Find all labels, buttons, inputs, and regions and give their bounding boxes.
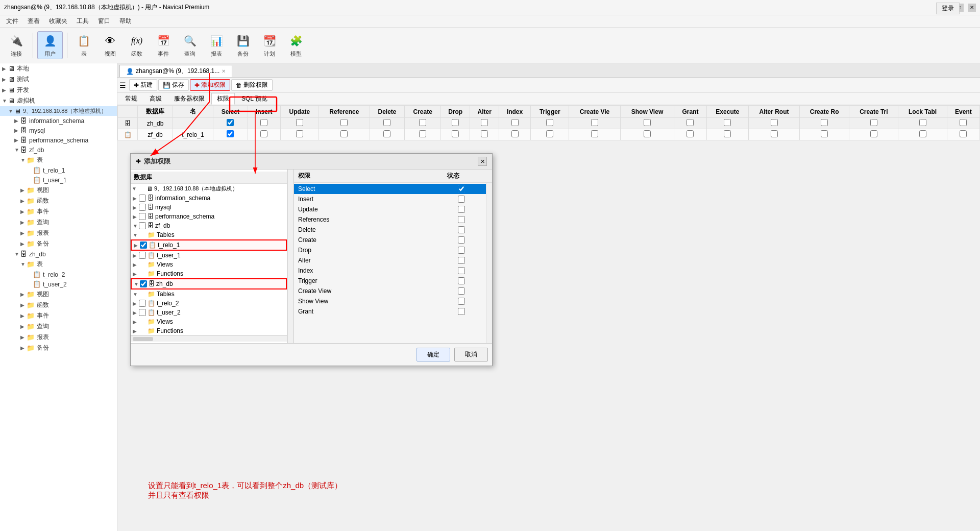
sidebar-item-t-user-1[interactable]: 📋 t_user_1	[0, 175, 117, 185]
tree-zh-functions[interactable]: ▶ 📁 Functions	[131, 326, 287, 335]
tree-zf-db[interactable]: ▼ 🗄 zf_db	[131, 221, 287, 230]
toolbar-model[interactable]: 🧩 模型	[284, 32, 308, 59]
sidebar-item-info-schema[interactable]: ▶ 🗄 information_schema	[0, 116, 117, 126]
perm-tab-perm[interactable]: 权限	[211, 93, 235, 105]
row2-reference[interactable]	[319, 129, 370, 140]
sidebar-item-zf-queries[interactable]: ▶ 📁 查询	[0, 217, 117, 228]
row1-index[interactable]	[499, 118, 530, 129]
perm-tab-normal[interactable]: 常规	[119, 93, 143, 105]
row2-update[interactable]	[280, 129, 318, 140]
sidebar-item-test[interactable]: ▶ 🖥 测试	[0, 74, 117, 85]
tree-t-user-2[interactable]: ▶ 📋 t_user_2	[131, 308, 287, 317]
tree-t-user-1[interactable]: ▶ 📋 t_user_1	[131, 251, 287, 260]
close-button[interactable]: ✕	[968, 4, 976, 12]
menu-favorites[interactable]: 收藏夹	[45, 16, 71, 27]
perm-row-delete[interactable]: Delete	[294, 225, 486, 235]
tree-cb-t-user-1[interactable]	[139, 252, 146, 259]
row1-reference[interactable]	[319, 118, 370, 129]
perm-cb-index[interactable]	[458, 267, 465, 274]
sidebar-item-t-relo-2[interactable]: 📋 t_relo_2	[0, 270, 117, 279]
row2-insert[interactable]	[248, 129, 280, 140]
del-perm-button[interactable]: 🗑 删除权限	[231, 79, 273, 91]
sidebar-item-perf-schema[interactable]: ▶ 🗄 performance_schema	[0, 135, 117, 145]
row1-create[interactable]	[405, 118, 441, 129]
row2-create-tri[interactable]	[849, 129, 898, 140]
perm-row-update[interactable]: Update	[294, 204, 486, 214]
sidebar-item-dev[interactable]: ▶ 🖥 开发	[0, 85, 117, 95]
toolbar-schedule[interactable]: 📆 计划	[257, 32, 282, 59]
perm-cb-references[interactable]	[458, 216, 465, 223]
perm-cb-create[interactable]	[458, 236, 465, 244]
row1-update[interactable]	[280, 118, 318, 129]
row2-trigger[interactable]	[531, 129, 569, 140]
row2-index[interactable]	[499, 129, 530, 140]
sidebar-item-zh-views[interactable]: ▶ 📁 视图	[0, 289, 117, 300]
toolbar-report[interactable]: 📊 报表	[204, 32, 229, 59]
row1-create-ro[interactable]	[799, 118, 849, 129]
tree-zf-tables[interactable]: ▼ 📁 Tables	[131, 230, 287, 239]
menu-file[interactable]: 文件	[2, 16, 22, 27]
menu-window[interactable]: 窗口	[94, 16, 114, 27]
sidebar-item-zf-views[interactable]: ▶ 📁 视图	[0, 185, 117, 196]
row2-select[interactable]	[213, 129, 248, 140]
tree-t-relo-1[interactable]: ▶ 📋 t_relo_1	[131, 239, 287, 251]
sidebar-item-zh-reports[interactable]: ▶ 📁 报表	[0, 332, 117, 343]
row2-delete[interactable]	[370, 129, 405, 140]
row1-lock-tabl[interactable]	[898, 118, 947, 129]
row1-trigger[interactable]	[531, 118, 569, 129]
toolbar-table[interactable]: 📋 表	[71, 32, 96, 59]
row2-create-view[interactable]	[569, 129, 620, 140]
row1-show-view[interactable]	[620, 118, 674, 129]
perm-row-index[interactable]: Index	[294, 266, 486, 276]
sidebar-item-zh-backups[interactable]: ▶ 📁 备份	[0, 343, 117, 353]
perm-row-grant[interactable]: Grant	[294, 306, 486, 317]
main-tab[interactable]: 👤 zhangsan@% (9、192.168.1... ✕	[119, 65, 232, 77]
row2-create[interactable]	[405, 129, 441, 140]
perm-cb-select[interactable]	[458, 185, 465, 192]
hamburger-icon[interactable]: ☰	[119, 81, 126, 89]
toolbar-view[interactable]: 👁 视图	[98, 32, 122, 59]
toolbar-backup[interactable]: 💾 备份	[231, 32, 255, 59]
tab-close-icon[interactable]: ✕	[222, 68, 226, 74]
perm-tab-sql[interactable]: SQL 预览	[236, 93, 273, 105]
tree-cb-perf[interactable]	[139, 213, 146, 220]
sidebar-item-zf-backups[interactable]: ▶ 📁 备份	[0, 238, 117, 249]
perm-row-trigger[interactable]: Trigger	[294, 276, 486, 286]
tree-cb-t-relo-1[interactable]	[140, 242, 147, 249]
row2-create-ro[interactable]	[799, 129, 849, 140]
row1-insert[interactable]	[248, 118, 280, 129]
row1-grant[interactable]	[674, 118, 706, 129]
dialog-cancel-button[interactable]: 取消	[454, 348, 488, 361]
row1-drop[interactable]	[440, 118, 470, 129]
toolbar-user[interactable]: 👤 用户	[37, 31, 63, 59]
tree-zf-functions[interactable]: ▶ 📁 Functions	[131, 269, 287, 278]
perm-cb-show-view[interactable]	[458, 298, 465, 305]
row2-execute[interactable]	[706, 129, 749, 140]
perm-cb-create-view[interactable]	[458, 287, 465, 295]
dialog-perm-vscroll[interactable]	[486, 183, 492, 343]
tree-cb-zf[interactable]	[139, 222, 146, 229]
sidebar-item-virtual[interactable]: ▼ 🖥 虚拟机	[0, 95, 117, 106]
sidebar-item-zf-reports[interactable]: ▶ 📁 报表	[0, 228, 117, 238]
row1-create-tri[interactable]	[849, 118, 898, 129]
sidebar-item-zh-tables[interactable]: ▼ 📁 表	[0, 259, 117, 270]
row1-select[interactable]	[213, 118, 248, 129]
perm-row-show-view[interactable]: Show View	[294, 296, 486, 306]
login-button[interactable]: 登录	[936, 3, 960, 14]
tree-server[interactable]: ▼ 🖥 9、192.168.10.88（本地虚拟机）	[131, 184, 287, 194]
tree-zf-views[interactable]: ▶ 📁 Views	[131, 260, 287, 269]
tree-t-relo-2[interactable]: ▶ 📋 t_relo_2	[131, 299, 287, 308]
sidebar-item-zf-tables[interactable]: ▼ 📁 表	[0, 155, 117, 165]
sidebar-item-zh-funcs[interactable]: ▶ 📁 函数	[0, 300, 117, 310]
perm-cb-insert[interactable]	[458, 196, 465, 203]
sidebar-item-zf-db[interactable]: ▼ 🗄 zf_db	[0, 145, 117, 155]
perm-row-create[interactable]: Create	[294, 235, 486, 245]
tree-cb-t-relo-2[interactable]	[139, 300, 146, 307]
dialog-tree-hscroll[interactable]	[131, 335, 287, 342]
toolbar-query[interactable]: 🔍 查询	[178, 32, 202, 59]
tree-mysql[interactable]: ▶ 🗄 mysql	[131, 203, 287, 212]
tree-zh-tables[interactable]: ▼ 📁 Tables	[131, 289, 287, 299]
tree-info-schema[interactable]: ▶ 🗄 information_schema	[131, 194, 287, 203]
perm-row-select[interactable]: Select	[294, 184, 486, 194]
perm-cb-update[interactable]	[458, 206, 465, 213]
